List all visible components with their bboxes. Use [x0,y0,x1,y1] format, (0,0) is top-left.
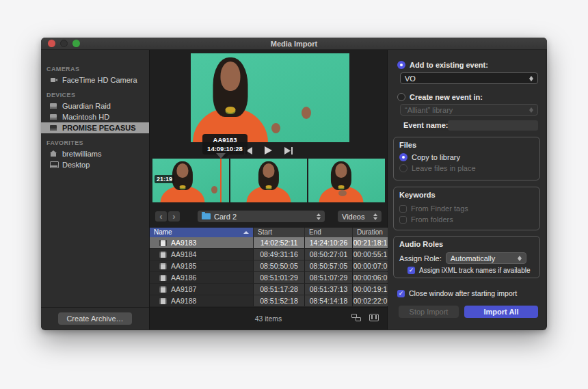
playhead[interactable] [220,159,222,202]
minimize-button[interactable] [60,40,68,47]
assign-role-value: Automatically [451,254,495,263]
sidebar-entry[interactable]: PROMISE PEGASUS [41,122,149,133]
table-row[interactable]: AA9184 08:49:31:16 08:50:27:01 00:00:55:… [150,249,387,260]
clip-duration: 00:00:55:1 [353,249,388,260]
column-header-end[interactable]: End [305,228,353,237]
transport-controls [150,142,387,159]
table-row[interactable]: AA9187 08:51:17:28 08:51:37:13 00:00:19:… [150,284,387,295]
presenter-figure [323,161,359,202]
sidebar-entry[interactable]: Guardian Raid [41,100,149,111]
clip-name: AA9187 [171,284,196,295]
tooltip-clip-name: AA9183 [202,135,248,144]
sidebar-entry[interactable]: FaceTime HD Camera [41,75,149,85]
table-row[interactable]: AA9185 08:50:50:05 08:50:57:05 00:00:07:… [150,260,387,272]
library-value: “Alliant” library [405,106,453,114]
preview-viewer[interactable] [191,53,349,142]
sidebar-entry[interactable]: Macintosh HD [41,111,149,122]
clip-start: 08:49:31:16 [254,249,305,260]
source-sidebar: CAMERAS FaceTime HD Camera DEVICES [41,50,149,330]
table-row[interactable]: AA9188 08:51:52:18 08:54:14:18 00:02:22:… [150,295,387,307]
filmstrip-frame[interactable] [230,159,307,202]
media-type-value: Videos [342,213,364,221]
tooltip-timecode: 14:09:10:28 [202,144,248,153]
skip-to-end-icon[interactable] [284,147,293,155]
assign-role-select[interactable]: Automatically [446,252,526,264]
clip-end: 08:51:07:29 [305,272,353,283]
import-options-panel: Add to existing event: VO Create new eve… [388,50,546,330]
clip-duration: 00:02:22:0 [353,295,388,306]
folder-select[interactable]: Card 2 [198,211,325,222]
clip-name: AA9188 [171,295,196,306]
column-header-start[interactable]: Start [254,228,305,237]
clip-duration: 00:00:06:0 [353,272,388,283]
title-bar[interactable]: Media Import [41,38,547,50]
play-icon[interactable] [265,146,272,155]
sidebar-footer: Create Archive… [41,307,149,330]
leave-files-label: Leave files in place [412,164,476,172]
presenter-figure [251,161,286,202]
column-header-duration[interactable]: Duration [353,228,388,237]
existing-event-select[interactable]: VO [400,72,538,84]
clip-end: 08:50:27:01 [305,249,353,260]
library-select: “Alliant” library [400,104,538,116]
clip-name: AA9184 [171,249,196,260]
clip-end: 14:24:10:26 [305,237,353,248]
browser-footer: 43 items [150,307,387,330]
add-to-existing-event-radio[interactable] [397,61,405,69]
sidebar-entry: DEVICES [41,90,149,100]
clip-duration: 00:00:07:0 [353,260,388,271]
clip-end: 08:54:14:18 [305,295,353,306]
create-new-event-radio[interactable] [397,93,405,101]
zoom-button[interactable] [72,40,80,47]
sidebar-entry[interactable]: bretwilliams [41,148,149,159]
filmstrip-icon [159,263,167,269]
sidebar-entry-label: FaceTime HD Camera [62,76,137,84]
import-all-button[interactable]: Import All [464,306,538,318]
sidebar-entry-label: Macintosh HD [62,113,109,121]
folder-navigation-bar: ‹ › Card 2 Videos [150,207,387,226]
copy-to-library-radio[interactable] [399,153,407,161]
clip-duration: 00:21:18:1 [353,237,388,248]
filmstrip-frame[interactable]: 21:19 [152,159,229,202]
close-window-checkbox[interactable]: ✓ [397,290,405,297]
filmstrip-icon [159,275,167,281]
keywords-group-title: Keywords [399,191,534,199]
playhead-handle[interactable] [216,153,226,159]
sidebar-entry: FAVORITES [41,137,149,148]
clip-duration-badge: 21:19 [155,175,174,183]
sidebar-entry-label: Guardian Raid [62,102,111,110]
media-type-select[interactable]: Videos [338,211,382,222]
table-header-row: Name Start End Duration [150,228,387,237]
drive-icon [49,113,58,120]
sidebar-entry-label: PROMISE PEGASUS [62,124,136,132]
drive-icon [49,124,58,131]
table-row[interactable]: AA9183 14:02:52:11 14:24:10:26 00:21:18:… [150,237,387,249]
filmstrip-frame[interactable] [308,159,385,202]
forward-button[interactable]: › [168,211,180,222]
column-header-name[interactable]: Name [150,228,254,237]
table-row[interactable]: AA9186 08:51:01:29 08:51:07:29 00:00:06:… [150,272,387,284]
list-view-icon[interactable] [351,314,361,322]
create-archive-button[interactable]: Create Archive… [58,312,131,325]
keywords-group: Keywords From Finder tags From folders [393,187,540,230]
back-button[interactable]: ‹ [155,211,167,222]
event-name-label: Event name: [403,121,448,129]
add-to-existing-event-label: Add to existing event: [410,61,488,69]
audio-roles-group-title: Audio Roles [399,240,534,248]
close-button[interactable] [48,40,55,47]
browser-column: AA9183 14:09:10:28 21:19 [149,50,388,330]
sidebar-entry[interactable]: Desktop [41,159,149,170]
copy-to-library-label: Copy to library [412,153,460,161]
filmstrip-view-icon[interactable] [369,314,379,321]
filmstrip[interactable]: 21:19 [152,159,386,202]
camera-icon [49,77,58,83]
clip-duration: 00:00:19:1 [353,284,388,295]
ixml-checkbox[interactable]: ✓ [407,267,415,274]
desktop-icon [49,161,58,168]
finder-tags-label: From Finder tags [411,204,468,213]
clip-start: 08:50:50:05 [254,260,305,271]
chevron-up-down-icon [317,213,321,220]
filmstrip-icon [159,298,167,304]
sidebar-entry-label: Desktop [62,161,90,169]
media-import-window: Media Import CAMERAS FaceTime HD Camera [41,38,547,330]
